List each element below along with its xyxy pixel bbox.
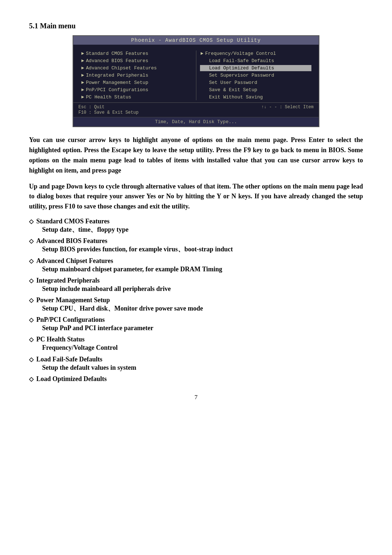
menu-item-subtitle: Setup date、time、floppy type: [42, 225, 363, 234]
menu-list-item: ◇PC Health StatusFrequency/Voltage Contr…: [29, 336, 363, 352]
bios-footer-line: Esc : Quit: [78, 105, 139, 110]
menu-list-item: ◇Load Fail-Safe DefaultsSetup the defaul…: [29, 356, 363, 372]
menu-list-item: ◇PnP/PCI ConfigurationsSetup PnP and PCI…: [29, 316, 363, 333]
bios-screen: Phoenix - AwardBIOS CMOS Setup Utility ►…: [73, 35, 319, 127]
diamond-icon: ◇: [29, 277, 33, 284]
menu-list-item: ◇Standard CMOS FeaturesSetup date、time、f…: [29, 218, 363, 234]
bios-left-item: ► Advanced Chipset Features: [81, 65, 192, 71]
menu-item-title: ◇Load Optimized Defaults: [29, 375, 363, 383]
bios-right-item: Exit Without Saving: [200, 94, 312, 100]
section-number: 5.1: [29, 22, 38, 30]
bios-footer: Esc : QuitF10 : Save & Exit Setup ↑↓ - -…: [73, 102, 319, 117]
diamond-icon: ◇: [29, 297, 33, 304]
diamond-icon: ◇: [29, 336, 33, 343]
menu-item-subtitle: Setup PnP and PCI interface parameter: [42, 324, 363, 333]
menu-item-title: ◇Load Fail-Safe Defaults: [29, 356, 363, 363]
menu-list-item: ◇Integrated PeripheralsSetup include mai…: [29, 277, 363, 293]
bios-left-item: ► Standard CMOS Features: [81, 50, 192, 57]
diamond-icon: ◇: [29, 316, 33, 323]
bios-left-item: ► Power Management Setup: [81, 80, 192, 86]
bios-footer-line: F10 : Save & Exit Setup: [78, 110, 139, 115]
diamond-icon: ◇: [29, 376, 33, 382]
page-number: 7: [29, 394, 363, 401]
bios-body: ► Standard CMOS Features► Advanced BIOS …: [73, 45, 319, 102]
menu-item-title: ◇Power Management Setup: [29, 296, 363, 304]
menu-item-title: ◇Advanced BIOS Features: [29, 237, 363, 245]
diamond-icon: ◇: [29, 356, 33, 363]
menu-item-title-text: Load Optimized Defaults: [36, 375, 107, 383]
menu-list-item: ◇Load Optimized Defaults: [29, 375, 363, 383]
bios-footer-left: Esc : QuitF10 : Save & Exit Setup: [78, 105, 139, 115]
bios-right-item: Load Fail-Safe Defaults: [200, 58, 312, 64]
menu-item-subtitle: Setup BIOS provides function, for exampl…: [42, 245, 363, 254]
menu-item-subtitle: Frequency/Voltage Control: [42, 343, 363, 352]
bios-left-item: ► PnP/PCI Configurations: [81, 87, 192, 93]
menu-list-item: ◇Advanced BIOS FeaturesSetup BIOS provid…: [29, 237, 363, 254]
bios-right-item: ► Frequency/Voltage Control: [200, 50, 312, 57]
bios-left-item: ► Advanced BIOS Features: [81, 58, 192, 64]
menu-item-subtitle: Setup the default values in system: [42, 363, 363, 372]
menu-item-title-text: PC Health Status: [36, 336, 85, 343]
bios-right-item: Set Supervisor Password: [200, 72, 312, 78]
menu-item-title-text: Advanced Chipset Features: [36, 257, 113, 265]
menu-item-subtitle: Setup include mainboard all peripherals …: [42, 284, 363, 293]
menu-item-title: ◇Integrated Peripherals: [29, 277, 363, 284]
menu-item-list: ◇Standard CMOS FeaturesSetup date、time、f…: [29, 218, 363, 383]
menu-item-title: ◇Advanced Chipset Features: [29, 257, 363, 265]
menu-item-title-text: PnP/PCI Configurations: [36, 316, 105, 324]
menu-item-title-text: Load Fail-Safe Defaults: [36, 356, 102, 363]
bios-status-bar: Time, Date, Hard Disk Type...: [73, 117, 319, 126]
para-1: You can use cursor arrow keys to highlig…: [29, 135, 363, 176]
diamond-icon: ◇: [29, 258, 33, 264]
bios-left-item: ► Integrated Peripherals: [81, 72, 192, 78]
section-name: Main menu: [40, 22, 75, 30]
menu-item-title-text: Advanced BIOS Features: [36, 237, 107, 245]
bios-right-item: Load Optimized Defaults: [200, 65, 312, 71]
para-2: Up and page Down keys to cycle through a…: [29, 182, 363, 212]
menu-item-title: ◇Standard CMOS Features: [29, 218, 363, 225]
menu-item-title: ◇PnP/PCI Configurations: [29, 316, 363, 324]
menu-item-title-text: Integrated Peripherals: [36, 277, 99, 284]
diamond-icon: ◇: [29, 238, 33, 244]
menu-list-item: ◇Power Management SetupSetup CPU、Hard di…: [29, 296, 363, 313]
menu-item-title: ◇PC Health Status: [29, 336, 363, 343]
menu-list-item: ◇Advanced Chipset FeaturesSetup mainboar…: [29, 257, 363, 274]
bios-right-col: ► Frequency/Voltage Control Load Fail-Sa…: [196, 50, 315, 100]
bios-left-col: ► Standard CMOS Features► Advanced BIOS …: [77, 50, 196, 100]
menu-item-title-text: Power Management Setup: [36, 296, 110, 304]
bios-left-item: ► PC Health Status: [81, 94, 192, 100]
bios-right-item: Save & Exit Setup: [200, 87, 312, 93]
diamond-icon: ◇: [29, 218, 33, 225]
menu-item-subtitle: Setup CPU、Hard disk、Monitor drive power …: [42, 304, 363, 313]
bios-right-item: Set User Password: [200, 80, 312, 86]
bios-title-bar: Phoenix - AwardBIOS CMOS Setup Utility: [73, 36, 319, 45]
bios-footer-right: ↑↓ - - : Select Item: [261, 105, 314, 115]
menu-item-title-text: Standard CMOS Features: [36, 218, 110, 225]
menu-item-subtitle: Setup mainboard chipset parameter, for e…: [42, 265, 363, 274]
section-title: 5.1 Main menu: [29, 22, 363, 30]
